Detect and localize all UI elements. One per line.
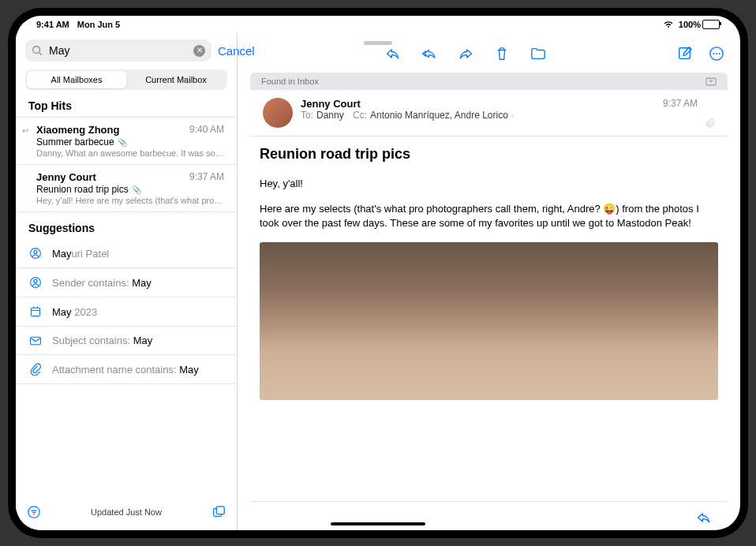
person-icon — [28, 247, 43, 260]
compose-window-button[interactable] — [211, 505, 226, 519]
suggestion-text: Mayuri Patel — [52, 248, 109, 260]
forward-button[interactable] — [458, 46, 473, 62]
clip-icon — [28, 363, 43, 376]
attachment-icon: 📎 — [118, 138, 127, 147]
svg-rect-6 — [31, 308, 39, 316]
scope-current-mailbox[interactable]: Current Mailbox — [126, 71, 226, 88]
mailbox-icon — [705, 77, 717, 86]
attachment-icon — [705, 118, 715, 128]
suggestion-text: Subject contains: May — [52, 335, 152, 346]
battery-pct: 100% — [679, 20, 701, 29]
status-date: Mon Jun 5 — [77, 20, 120, 29]
sidebar: ✕ Cancel All Mailboxes Current Mailbox T… — [16, 33, 238, 530]
found-in-label: Found in Inbox — [261, 77, 319, 86]
search-input[interactable] — [47, 43, 189, 58]
message-paragraph: Here are my selects (that's what pro pho… — [260, 202, 718, 230]
section-suggestions: Suggestions — [16, 212, 237, 239]
suggestion-item[interactable]: Sender contains: May — [16, 268, 237, 297]
search-field[interactable]: ✕ — [25, 39, 211, 62]
multitask-handle[interactable] — [364, 41, 392, 45]
suggestion-item[interactable]: Mayuri Patel — [16, 239, 237, 268]
toolbar — [238, 33, 740, 73]
replied-icon: ↩ — [22, 126, 28, 135]
clear-search-button[interactable]: ✕ — [193, 45, 205, 57]
home-indicator[interactable] — [331, 522, 425, 525]
message-body: Reunion road trip pics Hey, y'all! Here … — [238, 136, 740, 501]
svg-rect-10 — [31, 337, 41, 345]
battery-icon — [702, 20, 720, 29]
chevron-right-icon: › — [511, 110, 515, 120]
suggestion-item[interactable]: Subject contains: May — [16, 327, 237, 355]
reply-footer-button[interactable] — [696, 510, 712, 525]
more-button[interactable] — [709, 46, 724, 62]
search-icon — [32, 45, 43, 56]
suggestion-text: Attachment name contains: May — [52, 364, 199, 376]
svg-line-1 — [39, 53, 42, 55]
search-scope: All Mailboxes Current Mailbox — [25, 69, 227, 90]
hit-time: 9:40 AM — [189, 124, 224, 136]
svg-point-20 — [716, 53, 717, 54]
attachment-icon: 📎 — [132, 185, 141, 194]
hit-sender: Xiaomeng Zhong — [36, 124, 119, 136]
suggestion-text: May 2023 — [52, 306, 97, 318]
svg-point-3 — [34, 250, 37, 253]
scope-all-mailboxes[interactable]: All Mailboxes — [27, 71, 126, 88]
message-pane: Found in Inbox Jenny Court 9:37 AM To: D… — [238, 33, 740, 530]
hit-preview: Hey, y'all! Here are my selects (that's … — [36, 196, 224, 205]
found-in-bar: Found in Inbox — [250, 73, 728, 90]
svg-rect-16 — [216, 507, 224, 514]
sidebar-status: Updated Just Now — [91, 507, 162, 517]
hit-sender: Jenny Court — [36, 171, 96, 183]
message-greeting: Hey, y'all! — [260, 177, 718, 191]
top-hit-item[interactable]: Jenny Court9:37 AMReunion road trip pics… — [16, 165, 237, 212]
hit-time: 9:37 AM — [189, 171, 224, 183]
message-time: 9:37 AM — [663, 98, 698, 110]
envelope-icon — [28, 335, 43, 346]
avatar[interactable] — [263, 98, 293, 128]
status-bar: 9:41 AM Mon Jun 5 100% — [16, 16, 740, 33]
reply-button[interactable] — [385, 46, 401, 62]
section-top-hits: Top Hits — [16, 90, 237, 117]
status-time: 9:41 AM — [36, 20, 69, 29]
calendar-icon — [28, 305, 43, 318]
hit-preview: Danny, What an awesome barbecue. It was … — [36, 148, 224, 158]
trash-button[interactable] — [494, 46, 510, 62]
message-subject: Reunion road trip pics — [260, 146, 718, 163]
reply-all-button[interactable] — [421, 46, 437, 62]
suggestion-item[interactable]: May 2023 — [16, 297, 237, 327]
top-hit-item[interactable]: ↩Xiaomeng Zhong9:40 AMSummer barbecue📎Da… — [16, 118, 237, 165]
person-icon — [28, 276, 43, 289]
message-header: Jenny Court 9:37 AM To: Danny Cc: Antoni… — [250, 90, 728, 136]
svg-point-19 — [713, 53, 714, 54]
compose-button[interactable] — [677, 46, 693, 62]
hit-subject: Summer barbecue📎 — [36, 136, 224, 148]
svg-point-21 — [719, 53, 720, 54]
recipients-row[interactable]: To: Danny Cc: Antonio Manríquez, Andre L… — [301, 110, 698, 121]
attached-photo[interactable] — [260, 242, 718, 400]
wifi-icon — [663, 21, 674, 28]
move-button[interactable] — [530, 46, 546, 62]
suggestion-item[interactable]: Attachment name contains: May — [16, 355, 237, 384]
from-name[interactable]: Jenny Court — [301, 98, 361, 110]
svg-point-5 — [34, 279, 37, 282]
hit-subject: Reunion road trip pics📎 — [36, 184, 224, 195]
suggestion-text: Sender contains: May — [52, 277, 152, 289]
svg-rect-23 — [709, 80, 713, 81]
filter-button[interactable] — [27, 505, 41, 519]
